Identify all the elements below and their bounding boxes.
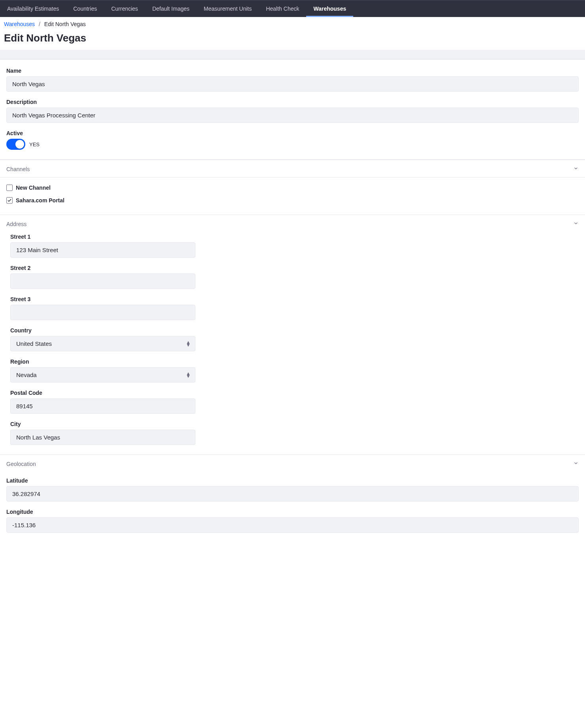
street3-input[interactable] bbox=[10, 305, 195, 320]
channel-checkbox-sahara[interactable] bbox=[6, 197, 13, 204]
chevron-down-icon bbox=[573, 166, 579, 172]
street1-input[interactable] bbox=[10, 242, 195, 258]
channel-checkbox-new[interactable] bbox=[6, 185, 13, 191]
active-toggle-text: YES bbox=[29, 141, 40, 147]
country-label: Country bbox=[10, 327, 579, 334]
active-toggle[interactable] bbox=[6, 139, 25, 150]
address-section-header[interactable]: Address bbox=[0, 215, 585, 232]
name-label: Name bbox=[6, 68, 579, 74]
city-input[interactable] bbox=[10, 430, 195, 445]
breadcrumb: Warehouses / Edit North Vegas bbox=[0, 17, 585, 30]
postal-label: Postal Code bbox=[10, 390, 579, 396]
main-form-panel: Name Description Active YES bbox=[0, 59, 585, 160]
page-title: Edit North Vegas bbox=[0, 30, 585, 50]
nav-warehouses[interactable]: Warehouses bbox=[306, 0, 353, 17]
country-select[interactable] bbox=[10, 336, 195, 351]
topbar: Availability Estimates Countries Currenc… bbox=[0, 0, 585, 17]
region-select[interactable] bbox=[10, 367, 195, 383]
nav-health-check[interactable]: Health Check bbox=[259, 0, 306, 17]
street2-input[interactable] bbox=[10, 273, 195, 289]
channel-label: New Channel bbox=[16, 185, 51, 191]
nav-currencies[interactable]: Currencies bbox=[104, 0, 145, 17]
channel-row: New Channel bbox=[6, 181, 579, 194]
street3-label: Street 3 bbox=[10, 296, 579, 302]
channels-section-header[interactable]: Channels bbox=[0, 160, 585, 177]
geolocation-section-body: Latitude Longitude bbox=[0, 472, 585, 542]
channels-section-body: New Channel Sahara.com Portal bbox=[0, 177, 585, 215]
breadcrumb-current: Edit North Vegas bbox=[44, 21, 86, 27]
channel-row: Sahara.com Portal bbox=[6, 194, 579, 207]
geolocation-section-title: Geolocation bbox=[6, 461, 36, 467]
latitude-input[interactable] bbox=[6, 486, 579, 502]
description-label: Description bbox=[6, 99, 579, 105]
region-label: Region bbox=[10, 358, 579, 365]
address-section-title: Address bbox=[6, 221, 27, 227]
name-input[interactable] bbox=[6, 76, 579, 92]
breadcrumb-separator: / bbox=[39, 21, 40, 27]
channels-section-title: Channels bbox=[6, 166, 30, 172]
description-input[interactable] bbox=[6, 108, 579, 123]
latitude-label: Latitude bbox=[6, 477, 579, 484]
chevron-down-icon bbox=[573, 460, 579, 467]
longitude-label: Longitude bbox=[6, 509, 579, 515]
nav-availability-estimates[interactable]: Availability Estimates bbox=[0, 0, 66, 17]
active-label: Active bbox=[6, 130, 579, 136]
address-section-body: Street 1 Street 2 Street 3 Country ▲▼ Re… bbox=[0, 232, 585, 455]
nav-measurement-units[interactable]: Measurement Units bbox=[197, 0, 259, 17]
postal-input[interactable] bbox=[10, 398, 195, 414]
spacer-band bbox=[0, 50, 585, 59]
chevron-down-icon bbox=[573, 221, 579, 227]
nav-countries[interactable]: Countries bbox=[66, 0, 104, 17]
nav-default-images[interactable]: Default Images bbox=[145, 0, 197, 17]
street1-label: Street 1 bbox=[10, 234, 579, 240]
channel-label: Sahara.com Portal bbox=[16, 197, 64, 204]
breadcrumb-root-link[interactable]: Warehouses bbox=[4, 21, 35, 27]
geolocation-section-header[interactable]: Geolocation bbox=[0, 455, 585, 472]
city-label: City bbox=[10, 421, 579, 427]
street2-label: Street 2 bbox=[10, 265, 579, 271]
longitude-input[interactable] bbox=[6, 517, 579, 533]
